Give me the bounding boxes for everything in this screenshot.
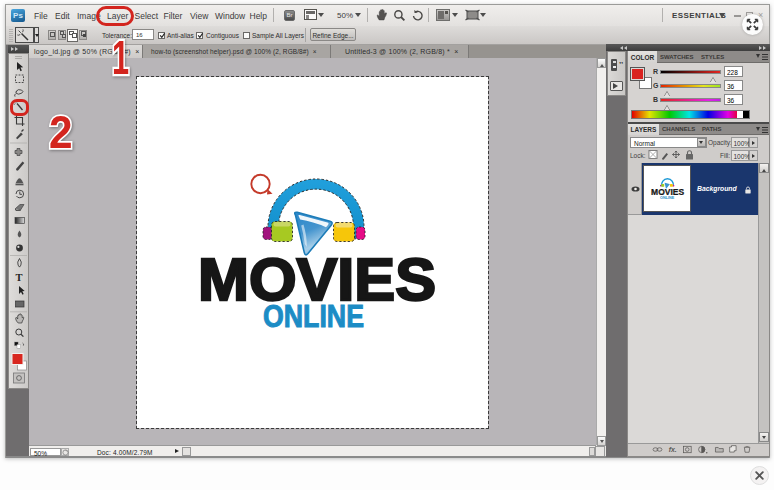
svg-text:ONLINE: ONLINE — [660, 195, 674, 200]
svg-text:2: 2 — [49, 110, 73, 154]
svg-text:T: T — [16, 272, 23, 283]
svg-text:fx.: fx. — [669, 446, 677, 453]
svg-text:1: 1 — [112, 35, 129, 81]
svg-text:ONLINE: ONLINE — [263, 299, 364, 334]
